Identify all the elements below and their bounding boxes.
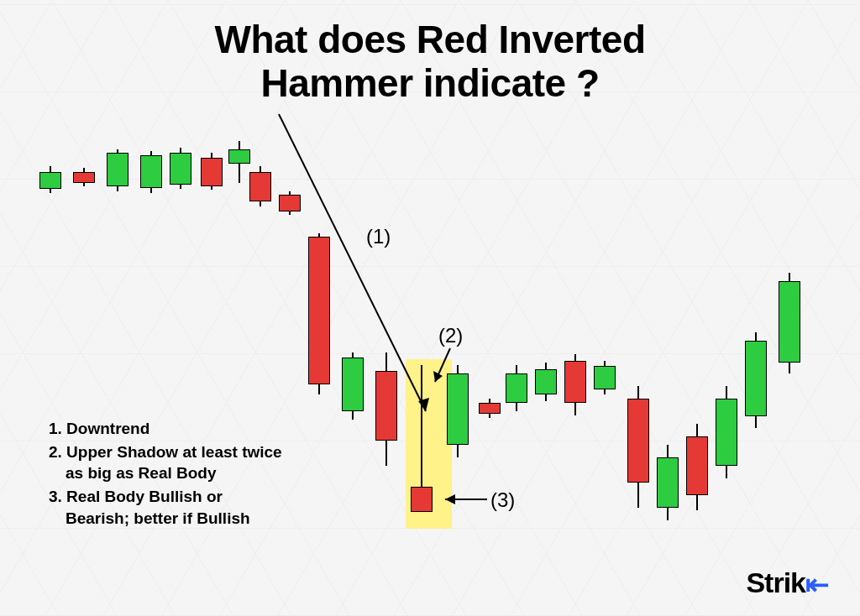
candle <box>479 0 501 616</box>
logo-arrow-icon: ⇤ <box>805 567 828 601</box>
candle <box>564 0 586 616</box>
candle-body <box>447 373 469 445</box>
candle-body <box>140 155 162 188</box>
candle-body <box>716 399 737 466</box>
candle-inverted-hammer <box>411 0 433 616</box>
candle-body <box>342 358 364 411</box>
candle <box>657 0 679 616</box>
candle <box>627 0 649 616</box>
candle-body <box>201 158 223 186</box>
candle-body <box>228 149 250 164</box>
candle-body <box>39 172 61 189</box>
candle <box>342 0 364 616</box>
legend-item-2: 2. Upper Shadow at least twice as big as… <box>49 441 284 484</box>
candle-body <box>249 172 271 201</box>
candle-body <box>279 195 301 211</box>
candle-body <box>375 371 397 441</box>
candle-body <box>479 403 501 414</box>
legend-item-3: 3. Real Body Bullish or Bearish; better … <box>49 486 284 529</box>
candle <box>594 0 616 616</box>
candle <box>535 0 557 616</box>
candle <box>375 0 397 616</box>
candle-body <box>506 373 527 403</box>
logo-text: Strik <box>746 566 805 598</box>
candle <box>506 0 527 616</box>
candle-body <box>308 237 330 384</box>
candle-body <box>564 361 586 403</box>
candle <box>308 0 330 616</box>
candle <box>686 0 708 616</box>
brand-logo: Strik⇤ <box>746 566 828 599</box>
candle-body <box>657 457 679 508</box>
candle-body <box>627 399 649 483</box>
candle-body <box>779 281 800 363</box>
candle <box>745 0 767 616</box>
candle <box>716 0 737 616</box>
candle-body <box>107 153 128 186</box>
legend-item-1: 1. Downtrend <box>49 418 284 440</box>
candle-body <box>170 153 191 185</box>
candle <box>779 0 800 616</box>
legend: 1. Downtrend 2. Upper Shadow at least tw… <box>49 418 284 530</box>
candle-body <box>411 487 433 512</box>
candle-body <box>73 172 95 183</box>
candle-body <box>745 341 767 416</box>
candle-body <box>594 366 616 389</box>
candle-body <box>535 369 557 394</box>
candle <box>447 0 469 616</box>
candle-body <box>686 436 708 495</box>
